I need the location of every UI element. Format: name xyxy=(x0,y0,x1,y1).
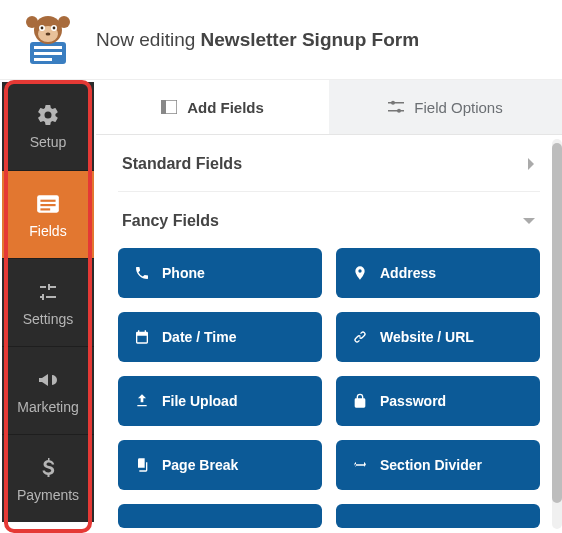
svg-rect-2 xyxy=(34,52,62,55)
group-fancy-fields: Fancy Fields Phone Address xyxy=(118,192,540,533)
scrollbar-thumb[interactable] xyxy=(552,143,562,503)
svg-point-6 xyxy=(58,16,70,28)
scrollbar-track[interactable] xyxy=(552,139,562,529)
svg-point-21 xyxy=(391,101,395,105)
panel-icon xyxy=(161,100,177,114)
sidebar-highlight-wrap: Setup Fields Settings xyxy=(0,80,96,533)
group-title: Standard Fields xyxy=(122,155,242,173)
phone-icon xyxy=(134,265,150,281)
gear-icon xyxy=(35,102,61,128)
field-phone[interactable]: Phone xyxy=(118,248,322,298)
sidebar-item-payments[interactable]: Payments xyxy=(2,434,94,522)
group-header-fancy[interactable]: Fancy Fields xyxy=(118,192,540,248)
field-datetime[interactable]: Date / Time xyxy=(118,312,322,362)
chevron-right-icon xyxy=(526,157,536,171)
sidebar-item-fields[interactable]: Fields xyxy=(2,170,94,258)
dollar-icon xyxy=(35,455,61,481)
tab-label: Field Options xyxy=(414,99,502,116)
field-password[interactable]: Password xyxy=(336,376,540,426)
tab-label: Add Fields xyxy=(187,99,264,116)
group-header-standard[interactable]: Standard Fields xyxy=(118,135,540,191)
body: Setup Fields Settings xyxy=(0,80,562,533)
field-file-upload[interactable]: File Upload xyxy=(118,376,322,426)
svg-point-12 xyxy=(46,32,51,35)
svg-point-11 xyxy=(53,26,56,29)
svg-rect-15 xyxy=(40,204,55,206)
sidebar-item-label: Setup xyxy=(30,134,67,150)
field-label: Phone xyxy=(162,265,205,281)
svg-rect-1 xyxy=(34,46,62,49)
group-title: Fancy Fields xyxy=(122,212,219,230)
sidebar-item-label: Fields xyxy=(29,223,66,239)
upload-icon xyxy=(134,393,150,409)
field-label: File Upload xyxy=(162,393,237,409)
sidebar-item-settings[interactable]: Settings xyxy=(2,258,94,346)
field-label: Date / Time xyxy=(162,329,236,345)
tab-add-fields[interactable]: Add Fields xyxy=(96,80,329,134)
sidebar-item-setup[interactable]: Setup xyxy=(2,82,94,170)
svg-rect-19 xyxy=(388,102,404,104)
top-bar: Now editing Newsletter Signup Form xyxy=(0,0,562,80)
field-partial-row[interactable] xyxy=(336,504,540,528)
lock-icon xyxy=(352,393,368,409)
chevron-down-icon xyxy=(522,216,536,226)
options-sliders-icon xyxy=(388,100,404,114)
svg-point-5 xyxy=(26,16,38,28)
field-label: Password xyxy=(380,393,446,409)
app-window: Now editing Newsletter Signup Form Setup… xyxy=(0,0,562,533)
sliders-icon xyxy=(35,279,61,305)
fields-panel: Standard Fields Fancy Fields xyxy=(96,135,562,533)
field-partial-row[interactable] xyxy=(118,504,322,528)
calendar-icon xyxy=(134,329,150,345)
svg-rect-20 xyxy=(388,110,404,112)
divider-icon xyxy=(352,457,368,473)
field-section-divider[interactable]: Section Divider xyxy=(336,440,540,490)
field-label: Section Divider xyxy=(380,457,482,473)
field-website[interactable]: Website / URL xyxy=(336,312,540,362)
svg-rect-16 xyxy=(40,208,50,210)
sidebar-item-marketing[interactable]: Marketing xyxy=(2,346,94,434)
field-label: Page Break xyxy=(162,457,238,473)
tabs: Add Fields Field Options xyxy=(96,80,562,135)
pin-icon xyxy=(352,265,368,281)
wpforms-mascot-icon xyxy=(20,14,76,66)
sidebar-item-label: Payments xyxy=(17,487,79,503)
svg-rect-18 xyxy=(161,100,166,114)
field-label: Address xyxy=(380,265,436,281)
svg-rect-3 xyxy=(34,58,52,61)
page-title: Now editing Newsletter Signup Form xyxy=(96,29,419,51)
svg-rect-14 xyxy=(40,199,55,201)
fancy-fields-grid: Phone Address Date / Time Websit xyxy=(118,248,540,533)
tab-field-options[interactable]: Field Options xyxy=(329,80,562,134)
main-panel: Add Fields Field Options Standard Fields xyxy=(96,80,562,533)
field-page-break[interactable]: Page Break xyxy=(118,440,322,490)
megaphone-icon xyxy=(35,367,61,393)
brand-logo xyxy=(0,14,96,66)
field-address[interactable]: Address xyxy=(336,248,540,298)
sidebar: Setup Fields Settings xyxy=(2,82,94,522)
pages-icon xyxy=(134,457,150,473)
svg-point-22 xyxy=(397,109,401,113)
form-fields-icon xyxy=(35,191,61,217)
sidebar-item-label: Settings xyxy=(23,311,74,327)
group-standard-fields: Standard Fields xyxy=(118,135,540,192)
field-label: Website / URL xyxy=(380,329,474,345)
svg-point-9 xyxy=(41,26,44,29)
sidebar-item-label: Marketing xyxy=(17,399,78,415)
link-icon xyxy=(352,329,368,345)
